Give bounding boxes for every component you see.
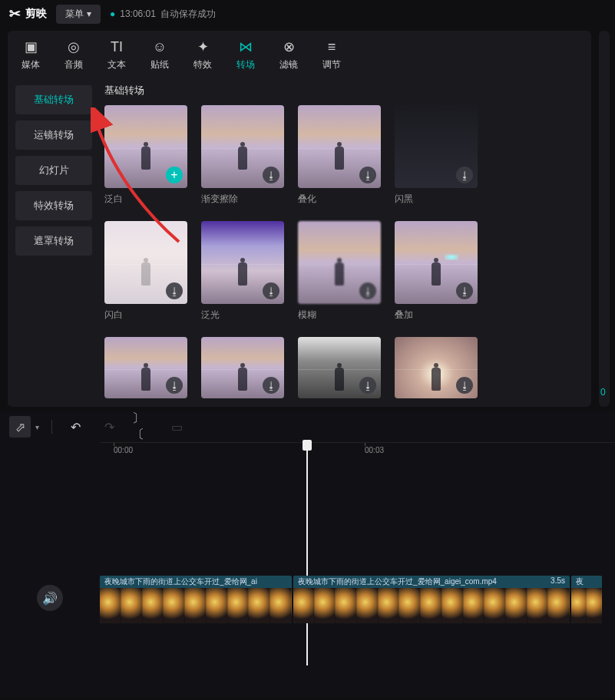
add-icon[interactable]: + <box>166 167 183 183</box>
transition-item[interactable]: ⭳ <box>395 337 478 398</box>
cat-effect[interactable]: 特效转场 <box>15 191 92 220</box>
menu-label: 菜单 <box>65 8 84 21</box>
titlebar: ✂ 剪映 菜单 ▾ ● 13:06:01 自动保存成功 <box>0 0 615 28</box>
venn-icon: ⊗ <box>280 38 297 55</box>
play-box-icon: ▣ <box>22 38 39 55</box>
delete-button[interactable]: ▭ <box>166 416 187 438</box>
autosave-time: 13:06:01 <box>120 8 156 19</box>
section-title: 基础转场 <box>104 84 584 97</box>
smile-icon: ☺ <box>151 38 168 55</box>
text-icon: TI <box>108 38 125 55</box>
tab-audio[interactable]: ◎音频 <box>64 38 83 71</box>
bowtie-icon: ⋈ <box>237 38 254 55</box>
clip[interactable]: 夜 <box>571 576 602 623</box>
sliders-icon: ≡ <box>323 38 340 55</box>
playhead[interactable] <box>303 440 312 451</box>
tab-transition[interactable]: ⋈转场 <box>236 38 255 71</box>
transition-item[interactable]: ⭳ 模糊 <box>298 221 381 322</box>
clip-title: 夜晚城市下雨的街道上公交车开过_爱给网_ai <box>104 576 257 587</box>
tab-row: ▣媒体 ◎音频 TI文本 ☺贴纸 ✦特效 ⋈转场 ⊗滤镜 ≡调节 <box>8 31 591 76</box>
clip-title: 夜晚城市下雨的街道上公交车开过_爱给网_aigei_com.mp4 <box>298 576 497 587</box>
clip[interactable]: 夜晚城市下雨的街道上公交车开过_爱给网_ai <box>100 576 292 623</box>
transition-item[interactable]: ⭳ 渐变擦除 <box>201 105 284 206</box>
timeline-toolbar: ⬀ ▾ ↶ ↷ 〕〔 ▭ <box>0 411 615 442</box>
transition-item[interactable]: ⭳ <box>298 337 381 398</box>
sparkle-icon: ✦ <box>194 38 211 55</box>
app-logo: ✂ 剪映 <box>9 5 47 22</box>
tab-sticker[interactable]: ☺贴纸 <box>150 38 169 71</box>
undo-button[interactable]: ↶ <box>64 416 86 438</box>
cat-basic[interactable]: 基础转场 <box>15 85 92 114</box>
cat-camera[interactable]: 运镜转场 <box>15 121 92 150</box>
transition-item[interactable]: + 泛白 <box>104 105 187 206</box>
download-icon[interactable]: ⭳ <box>456 377 473 394</box>
tab-text[interactable]: TI文本 <box>107 38 126 71</box>
download-icon[interactable]: ⭳ <box>263 377 279 394</box>
transition-item[interactable]: ⭳ 泛光 <box>201 221 284 322</box>
autosave-status: ● 13:06:01 自动保存成功 <box>110 8 216 21</box>
logo-icon: ✂ <box>9 5 21 22</box>
transition-item[interactable]: ⭳ 闪黑 <box>395 105 478 206</box>
app-name: 剪映 <box>25 7 47 21</box>
redo-button[interactable]: ↷ <box>98 416 120 438</box>
check-icon: ● <box>110 8 115 19</box>
chevron-down-icon: ▾ <box>87 8 91 19</box>
tab-effect[interactable]: ✦特效 <box>193 38 212 71</box>
clip[interactable]: 夜晚城市下雨的街道上公交车开过_爱给网_aigei_com.mp4 3.5s <box>293 576 570 623</box>
menu-button[interactable]: 菜单 ▾ <box>56 5 101 24</box>
transition-item[interactable]: ⭳ 叠化 <box>298 105 381 206</box>
split-button[interactable]: 〕〔 <box>132 416 154 438</box>
chevron-down-icon[interactable]: ▾ <box>35 423 39 431</box>
inspector-panel: 0 <box>599 31 610 407</box>
category-list: 基础转场 运镜转场 幻灯片 特效转场 遮罩转场 <box>8 76 100 398</box>
tab-adjust[interactable]: ≡调节 <box>322 38 341 71</box>
ruler-tick: 00:00 <box>114 446 133 454</box>
transition-item[interactable]: ⭳ <box>201 337 284 398</box>
pointer-tool[interactable]: ⬀ <box>9 416 31 438</box>
download-icon[interactable]: ⭳ <box>456 167 473 183</box>
speaker-icon: 🔊 <box>42 591 58 606</box>
side-panel-value: 0 <box>600 387 606 398</box>
ruler-tick: 00:03 <box>365 446 384 454</box>
disc-icon: ◎ <box>65 38 82 55</box>
download-icon[interactable]: ⭳ <box>263 167 279 183</box>
transition-item[interactable]: ⭳ <box>104 337 187 398</box>
cat-slide[interactable]: 幻灯片 <box>15 156 92 185</box>
video-track[interactable]: 夜晚城市下雨的街道上公交车开过_爱给网_ai 夜晚城市下雨的街道上公交车开过_爱… <box>100 576 615 623</box>
download-icon[interactable]: ⭳ <box>166 377 183 394</box>
cat-mask[interactable]: 遮罩转场 <box>15 226 92 256</box>
tab-filter[interactable]: ⊗滤镜 <box>279 38 298 71</box>
autosave-text: 自动保存成功 <box>160 8 216 21</box>
track-mute-button[interactable]: 🔊 <box>37 585 63 611</box>
download-icon[interactable]: ⭳ <box>456 282 473 299</box>
transition-item[interactable]: ⭳ 闪白 <box>104 221 187 322</box>
transition-item[interactable]: ⭳ 叠加 <box>395 221 478 322</box>
time-ruler[interactable]: 00:00 00:03 <box>100 442 615 461</box>
clip-title: 夜 <box>576 576 584 587</box>
download-icon[interactable]: ⭳ <box>263 282 279 299</box>
library-panel: ▣媒体 ◎音频 TI文本 ☺贴纸 ✦特效 ⋈转场 ⊗滤镜 ≡调节 基础转场 运镜… <box>8 31 591 407</box>
transition-grid: 基础转场 + 泛白 ⭳ 渐变擦除 ⭳ 叠化 <box>100 76 591 398</box>
timeline: ⬀ ▾ ↶ ↷ 〕〔 ▭ 00:00 00:03 🔊 夜晚城市下雨的街道上公交车… <box>0 411 615 697</box>
tab-media[interactable]: ▣媒体 <box>21 38 40 71</box>
clip-duration: 3.5s <box>551 576 565 587</box>
download-icon[interactable]: ⭳ <box>359 282 376 299</box>
download-icon[interactable]: ⭳ <box>166 282 183 299</box>
download-icon[interactable]: ⭳ <box>359 377 376 394</box>
download-icon[interactable]: ⭳ <box>359 167 376 183</box>
